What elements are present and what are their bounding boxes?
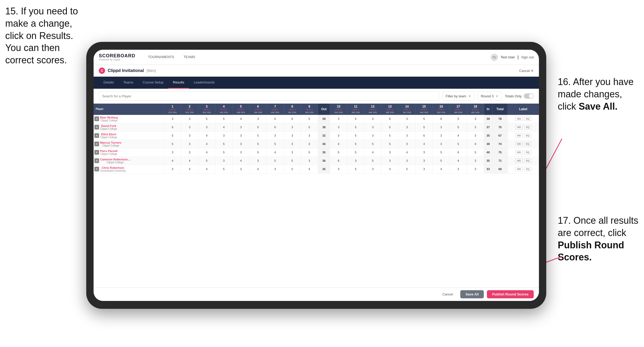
hole-16-score[interactable]: 5 xyxy=(433,148,450,156)
hole-8-score[interactable]: 3 xyxy=(284,148,301,156)
hole-12-score[interactable]: 5 xyxy=(364,156,381,165)
hole-4-score[interactable]: 5 xyxy=(215,115,232,123)
player-name[interactable]: David Ford xyxy=(100,124,117,127)
hole-18-score[interactable]: 3 xyxy=(467,156,484,165)
player-name[interactable]: Marcus Turners xyxy=(100,141,122,144)
wd-label-button[interactable]: WD xyxy=(515,142,523,146)
hole-12-score[interactable]: 5 xyxy=(364,140,381,148)
hole-4-score[interactable]: 3 xyxy=(215,131,232,140)
round-dropdown[interactable]: Round 3 ▼ xyxy=(478,91,502,101)
hole-4-score[interactable]: 5 xyxy=(215,140,232,148)
filter-team-dropdown[interactable]: Filter by team ▼ xyxy=(442,91,474,101)
hole-10-score[interactable]: 3 xyxy=(330,115,347,123)
wd-label-button[interactable]: WD xyxy=(515,125,523,129)
hole-10-score[interactable]: 3 xyxy=(330,123,347,131)
hole-17-score[interactable]: 5 xyxy=(450,115,467,123)
hole-9-score[interactable]: 5 xyxy=(301,123,318,131)
hole-1-score[interactable]: 5 xyxy=(164,140,181,148)
hole-15-score[interactable]: 5 xyxy=(416,115,433,123)
hole-17-score[interactable]: 4 xyxy=(450,156,467,165)
hole-8-score[interactable]: 5 xyxy=(284,156,301,165)
hole-7-score[interactable]: 3 xyxy=(267,165,284,173)
hole-9-score[interactable]: 4 xyxy=(301,165,318,173)
nav-item-teams[interactable]: TEAMS xyxy=(179,50,200,65)
hole-15-score[interactable]: 4 xyxy=(416,140,433,148)
hole-16-score[interactable]: 3 xyxy=(433,123,450,131)
hole-15-score[interactable]: 3 xyxy=(416,156,433,165)
hole-18-score[interactable]: 3 xyxy=(467,123,484,131)
nav-item-tournaments[interactable]: TOURNAMENTS xyxy=(143,50,179,65)
hole-6-score[interactable]: 4 xyxy=(249,165,266,173)
dq-label-button[interactable]: DQ xyxy=(524,133,531,138)
tab-leaderboards[interactable]: Leaderboards xyxy=(189,77,219,89)
wd-label-button[interactable]: WD xyxy=(515,167,523,171)
hole-7-score[interactable]: 4 xyxy=(267,148,284,156)
hole-6-score[interactable]: 5 xyxy=(249,123,266,131)
hole-6-score[interactable]: 3 xyxy=(249,115,266,123)
dq-label-button[interactable]: DQ xyxy=(524,117,531,121)
hole-12-score[interactable]: 3 xyxy=(364,115,381,123)
hole-3-score[interactable]: 4 xyxy=(198,165,215,173)
hole-2-score[interactable]: 3 xyxy=(181,115,198,123)
hole-14-score[interactable]: 3 xyxy=(398,115,415,123)
hole-2-score[interactable]: 3 xyxy=(181,123,198,131)
hole-1-score[interactable]: 6 xyxy=(164,123,181,131)
hole-1-score[interactable]: 3 xyxy=(164,148,181,156)
hole-15-score[interactable]: 3 xyxy=(416,165,433,173)
hole-6-score[interactable]: 5 xyxy=(249,140,266,148)
hole-4-score[interactable]: 3 xyxy=(215,156,232,165)
hole-14-score[interactable]: 3 xyxy=(398,140,415,148)
hole-6-score[interactable]: 5 xyxy=(249,148,266,156)
hole-16-score[interactable]: 5 xyxy=(433,156,450,165)
hole-11-score[interactable]: 5 xyxy=(347,165,364,173)
hole-18-score[interactable]: 4 xyxy=(467,140,484,148)
hole-11-score[interactable]: 3 xyxy=(347,156,364,165)
hole-5-score[interactable]: 3 xyxy=(232,165,249,173)
hole-10-score[interactable]: 4 xyxy=(330,140,347,148)
totals-only-toggle[interactable]: Totals Only xyxy=(505,93,534,99)
hole-1-score[interactable]: 4 xyxy=(164,156,181,165)
hole-12-score[interactable]: 4 xyxy=(364,148,381,156)
tab-teams[interactable]: Teams xyxy=(119,77,138,89)
hole-8-score[interactable]: 6 xyxy=(284,115,301,123)
hole-7-score[interactable]: 5 xyxy=(267,140,284,148)
cancel-button[interactable]: Cancel xyxy=(438,290,457,298)
hole-10-score[interactable]: 6 xyxy=(330,156,347,165)
hole-3-score[interactable]: 4 xyxy=(198,131,215,140)
hole-16-score[interactable]: 3 xyxy=(433,140,450,148)
player-name[interactable]: Piers Parnell xyxy=(100,149,118,153)
hole-9-score[interactable]: 3 xyxy=(301,140,318,148)
hole-18-score[interactable]: 3 xyxy=(467,131,484,140)
hole-14-score[interactable]: 3 xyxy=(398,123,415,131)
hole-14-score[interactable]: 3 xyxy=(398,156,415,165)
hole-16-score[interactable]: 6 xyxy=(433,115,450,123)
dq-label-button[interactable]: DQ xyxy=(524,159,531,163)
save-all-button[interactable]: Save All xyxy=(460,290,484,298)
hole-16-score[interactable]: 3 xyxy=(433,131,450,140)
scores-container[interactable]: Player 1PAR 4370 YDS 2PAR 5511 YDS 3PAR … xyxy=(94,104,539,287)
hole-4-score[interactable]: 4 xyxy=(215,123,232,131)
hole-13-score[interactable]: 5 xyxy=(381,140,398,148)
hole-17-score[interactable]: 5 xyxy=(450,140,467,148)
hole-15-score[interactable]: 6 xyxy=(416,131,433,140)
hole-13-score[interactable]: 3 xyxy=(381,148,398,156)
hole-7-score[interactable]: 5 xyxy=(267,115,284,123)
hole-14-score[interactable]: 3 xyxy=(398,131,415,140)
hole-13-score[interactable]: 6 xyxy=(381,115,398,123)
hole-12-score[interactable]: 3 xyxy=(364,123,381,131)
hole-18-score[interactable]: 3 xyxy=(467,115,484,123)
hole-11-score[interactable]: 5 xyxy=(347,148,364,156)
hole-8-score[interactable]: 3 xyxy=(284,123,301,131)
player-name[interactable]: Blair McHarg xyxy=(100,116,118,119)
hole-9-score[interactable]: 3 xyxy=(301,156,318,165)
tab-results[interactable]: Results xyxy=(168,77,189,89)
hole-17-score[interactable]: 4 xyxy=(450,131,467,140)
wd-label-button[interactable]: WD xyxy=(515,150,523,154)
hole-9-score[interactable]: 5 xyxy=(301,148,318,156)
hole-14-score[interactable]: 4 xyxy=(398,148,415,156)
hole-5-score[interactable]: 3 xyxy=(232,148,249,156)
hole-10-score[interactable]: 5 xyxy=(330,148,347,156)
hole-13-score[interactable]: 3 xyxy=(381,156,398,165)
player-name[interactable]: Cameron Robertson... xyxy=(100,158,130,161)
hole-18-score[interactable]: 3 xyxy=(467,165,484,173)
